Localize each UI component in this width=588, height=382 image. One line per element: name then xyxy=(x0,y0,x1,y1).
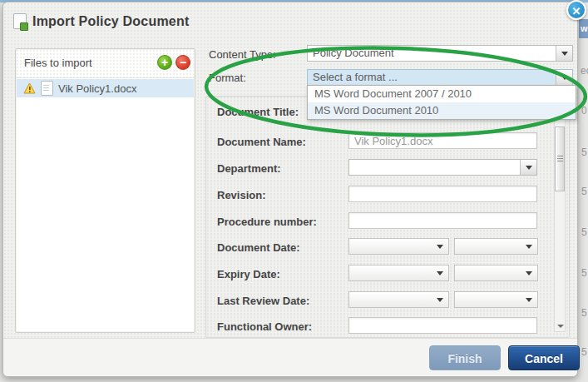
document-import-icon xyxy=(13,13,27,29)
finish-button[interactable]: Finish xyxy=(429,345,501,370)
content-type-value: Policy Document xyxy=(313,47,394,59)
background-fragment: w xyxy=(579,19,588,38)
chevron-down-icon xyxy=(556,70,572,85)
format-label: Format: xyxy=(209,72,246,84)
dialog-titlebar: Import Policy Document xyxy=(13,13,189,29)
functional-owner-input[interactable] xyxy=(348,317,537,334)
document-date-month-select[interactable] xyxy=(348,238,449,255)
format-option[interactable]: MS Word Document 2010 xyxy=(308,102,576,119)
last-review-date-year-select[interactable] xyxy=(454,291,538,308)
file-list-item[interactable]: Vik Policy1.docx xyxy=(17,79,194,97)
procedure-number-label: Procedure number: xyxy=(217,216,317,228)
document-date-label: Document Date: xyxy=(217,241,300,254)
revision-input[interactable] xyxy=(348,186,537,202)
files-to-import-panel: Files to import + − Vik Policy1.docx xyxy=(15,48,195,333)
background-fragment: 5 xyxy=(581,267,587,279)
department-select[interactable] xyxy=(348,159,537,176)
format-dropdown-list: MS Word Document 2007 / 2010 MS Word Doc… xyxy=(307,85,576,120)
add-file-button[interactable]: + xyxy=(157,55,172,70)
chevron-down-icon xyxy=(437,245,443,249)
background-fragment: ec xyxy=(581,65,588,77)
expiry-date-year-select[interactable] xyxy=(454,265,538,281)
background-fragment: 5 xyxy=(581,186,587,197)
cancel-button[interactable]: Cancel xyxy=(508,345,580,370)
content-type-select[interactable]: Policy Document xyxy=(307,45,573,62)
dialog-footer: Finish Cancel xyxy=(3,338,577,376)
functional-owner-label: Functional Owner: xyxy=(217,320,312,333)
form-scrollbar[interactable] xyxy=(554,102,566,332)
format-option[interactable]: MS Word Document 2007 / 2010 xyxy=(308,86,576,102)
chevron-down-icon xyxy=(556,46,572,61)
remove-file-button[interactable]: − xyxy=(175,55,190,70)
scroll-down-arrow-icon[interactable] xyxy=(557,325,564,328)
chevron-down-icon xyxy=(526,271,532,275)
procedure-number-input[interactable] xyxy=(348,212,537,229)
dialog-title: Import Policy Document xyxy=(32,14,189,29)
document-properties-panel: Document Title: Document Name: Departmen… xyxy=(205,96,570,338)
document-name-label: Document Name: xyxy=(217,136,306,148)
document-icon xyxy=(41,81,53,96)
background-fragment: 0 xyxy=(581,105,587,117)
chevron-down-icon xyxy=(526,298,532,302)
content-type-label: Content Type: xyxy=(209,48,276,61)
files-panel-header: Files to import + − xyxy=(16,49,195,78)
expiry-date-month-select[interactable] xyxy=(348,265,449,281)
format-value: Select a format ... xyxy=(313,71,398,83)
chevron-down-icon xyxy=(437,271,443,275)
last-review-date-label: Last Review Date: xyxy=(217,295,309,307)
close-button[interactable]: ✕ xyxy=(566,0,586,20)
warning-icon xyxy=(23,82,36,94)
chevron-down-icon xyxy=(437,298,443,302)
department-label: Department: xyxy=(217,162,281,175)
background-fragment: 5 xyxy=(581,146,587,158)
document-title-label: Document Title: xyxy=(217,106,299,118)
revision-label: Revision: xyxy=(217,189,266,201)
chevron-down-icon xyxy=(520,160,536,175)
format-select[interactable]: Select a format ... xyxy=(307,69,573,86)
background-fragment: 5 xyxy=(581,346,587,358)
chevron-down-icon xyxy=(526,245,532,249)
last-review-date-month-select[interactable] xyxy=(348,291,449,308)
background-fragment: 5 xyxy=(581,226,587,238)
expiry-date-label: Expiry Date: xyxy=(217,268,280,280)
document-date-year-select[interactable] xyxy=(454,238,538,255)
background-fragment: 5 xyxy=(581,307,587,319)
document-name-input[interactable] xyxy=(348,132,537,149)
scrollbar-thumb[interactable] xyxy=(555,127,565,191)
file-name: Vik Policy1.docx xyxy=(58,82,136,95)
files-panel-title: Files to import xyxy=(24,57,92,69)
scrollbar-grip-icon xyxy=(557,156,563,161)
import-policy-document-dialog: Import Policy Document Files to import +… xyxy=(2,2,578,377)
